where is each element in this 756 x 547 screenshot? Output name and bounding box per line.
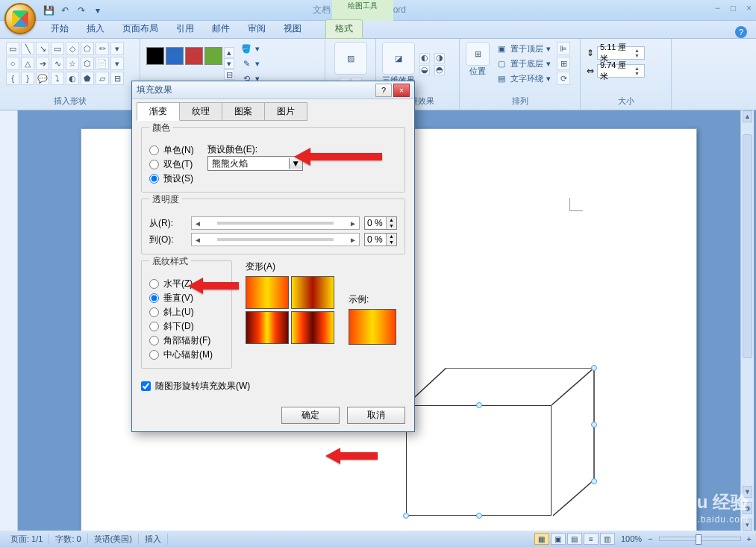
variant-2[interactable] [291, 276, 334, 309]
help-icon[interactable]: ? [735, 26, 747, 38]
shape-icon[interactable]: ⬠ [81, 42, 94, 55]
rotate-icon[interactable]: ⟳ [557, 72, 570, 85]
style-green[interactable] [204, 47, 222, 65]
save-icon[interactable]: 💾 [42, 4, 55, 17]
scroll-thumb[interactable] [743, 134, 752, 358]
status-page[interactable]: 页面: 1/1 [4, 534, 49, 545]
resize-handle[interactable] [476, 513, 482, 519]
radio-single-color[interactable]: 单色(N) [149, 143, 194, 157]
tab-format[interactable]: 格式 [325, 19, 363, 39]
shape-cube[interactable] [406, 368, 600, 521]
threed-button[interactable]: ◪ [382, 42, 415, 75]
resize-handle[interactable] [403, 513, 409, 519]
shape-icon[interactable]: ⬡ [81, 57, 94, 70]
shape-curve-icon[interactable]: ∿ [51, 57, 64, 70]
tab-layout[interactable]: 页面布局 [113, 20, 167, 38]
shape-more-icon[interactable]: ▾ [110, 42, 124, 55]
minimize-button[interactable]: − [715, 3, 720, 13]
shape-outline-button[interactable]: ✎▾ [239, 57, 261, 70]
to-slider[interactable]: ◄► [191, 233, 360, 246]
position-button[interactable]: ⊞ [466, 42, 490, 66]
dialog-titlebar[interactable]: 填充效果 ? × [132, 81, 414, 99]
gallery-down-icon[interactable]: ▾ [224, 58, 234, 69]
dialog-tab-gradient[interactable]: 渐变 [137, 102, 180, 121]
shape-icon[interactable]: ☆ [66, 57, 79, 70]
shape-brace-icon[interactable]: { [6, 72, 19, 85]
radio-corner[interactable]: 角部辐射(F) [149, 334, 224, 348]
scroll-up-icon[interactable]: ▲ [743, 110, 752, 122]
radio-diagonal-down[interactable]: 斜下(D) [149, 319, 224, 334]
vertical-scrollbar[interactable]: ▲ ▼ ◉ ▾ [740, 110, 754, 531]
variant-4[interactable] [291, 311, 334, 344]
text-wrap-button[interactable]: ▤文字环绕 ▾ [494, 72, 552, 85]
next-page-icon[interactable]: ▾ [743, 519, 752, 531]
dialog-tab-pattern[interactable]: 图案 [222, 102, 265, 121]
ok-button[interactable]: 确定 [281, 407, 340, 424]
zoom-out-button[interactable]: − [648, 534, 652, 543]
radio-diagonal-up[interactable]: 斜上(U) [149, 305, 224, 319]
shape-gallery-expand-icon[interactable]: ⊟ [110, 72, 124, 85]
dialog-tab-picture[interactable]: 图片 [264, 102, 307, 121]
tab-references[interactable]: 引用 [167, 20, 203, 38]
shape-arrow-icon[interactable]: ↘ [36, 42, 49, 55]
tilt-right-icon[interactable]: ◓ [434, 65, 445, 75]
resize-handle[interactable] [591, 478, 597, 484]
resize-handle[interactable] [476, 402, 482, 408]
cancel-button[interactable]: 取消 [347, 407, 405, 424]
shape-gallery[interactable]: ▭╲↘▭◇⬠✏▾ ○△➔∿☆⬡📄▾ {}💬⤵◐⬟▱⊟ [6, 42, 124, 85]
shape-icon[interactable]: ⬟ [81, 72, 94, 85]
shape-connector-icon[interactable]: ⤵ [51, 72, 64, 85]
shape-oval-icon[interactable]: ○ [6, 57, 19, 70]
radio-preset-color[interactable]: 预设(S) [149, 172, 194, 186]
scroll-down-icon[interactable]: ▼ [743, 486, 752, 498]
variant-1[interactable] [246, 276, 289, 309]
shape-icon[interactable]: ◇ [66, 42, 79, 55]
rotate-checkbox[interactable]: 随图形旋转填充效果(W) [141, 379, 405, 393]
variant-3[interactable] [246, 311, 289, 344]
tab-mailings[interactable]: 邮件 [203, 20, 239, 38]
shape-edit-icon[interactable]: ✏ [96, 42, 109, 55]
width-input[interactable]: 9.74 厘米▲▼ [597, 64, 645, 78]
shape-textbox-icon[interactable]: ▭ [6, 42, 19, 55]
qat-dropdown-icon[interactable]: ▾ [91, 4, 104, 17]
shape-style-gallery[interactable]: ▴ ▾ ⊟ [146, 47, 234, 80]
shape-icon[interactable]: ◐ [66, 72, 79, 85]
shape-textbox2-icon[interactable]: 📄 [96, 57, 109, 70]
style-red[interactable] [185, 47, 203, 65]
zoom-slider[interactable] [659, 537, 741, 541]
undo-icon[interactable]: ↶ [58, 4, 72, 17]
shape-fill-button[interactable]: 🪣▾ [239, 42, 261, 55]
from-slider[interactable]: ◄► [191, 216, 360, 230]
send-back-button[interactable]: ▢置于底层 ▾ [494, 57, 552, 70]
view-draft-icon[interactable]: ▥ [600, 533, 615, 545]
tab-view[interactable]: 视图 [275, 20, 310, 38]
from-spinner[interactable]: 0 %▲▼ [364, 216, 397, 230]
tab-insert[interactable]: 插入 [78, 20, 113, 38]
office-button[interactable] [4, 3, 36, 34]
dialog-close-button[interactable]: × [393, 84, 410, 97]
maximize-button[interactable]: □ [731, 3, 736, 13]
align-icon[interactable]: ⊫ [557, 42, 570, 55]
view-web-icon[interactable]: ▤ [567, 533, 582, 545]
shadow-button[interactable]: ▨ [334, 42, 367, 75]
view-fullscreen-icon[interactable]: ▣ [551, 533, 566, 545]
combo-dropdown-icon[interactable]: ▼ [289, 158, 302, 169]
prev-page-icon[interactable]: ◉ [743, 502, 752, 514]
shape-rect-icon[interactable]: ▭ [51, 42, 64, 55]
status-mode[interactable]: 插入 [139, 534, 168, 545]
tilt-up-icon[interactable]: ◐ [419, 53, 430, 63]
shape-tri-icon[interactable]: △ [21, 57, 34, 70]
tilt-down-icon[interactable]: ◑ [434, 53, 445, 63]
gallery-more-icon[interactable]: ⊟ [224, 69, 234, 80]
view-print-layout-icon[interactable]: ▦ [534, 533, 549, 545]
radio-center[interactable]: 中心辐射(M) [149, 348, 224, 362]
view-outline-icon[interactable]: ≡ [584, 533, 599, 545]
style-black[interactable] [146, 47, 164, 65]
group-icon[interactable]: ⊞ [557, 57, 570, 70]
shape-line-icon[interactable]: ╲ [21, 42, 34, 55]
bring-front-button[interactable]: ▣置于顶层 ▾ [494, 42, 552, 55]
zoom-level[interactable]: 100% [621, 534, 642, 543]
style-blue[interactable] [166, 47, 184, 65]
resize-handle[interactable] [591, 365, 597, 371]
redo-icon[interactable]: ↷ [75, 4, 88, 17]
